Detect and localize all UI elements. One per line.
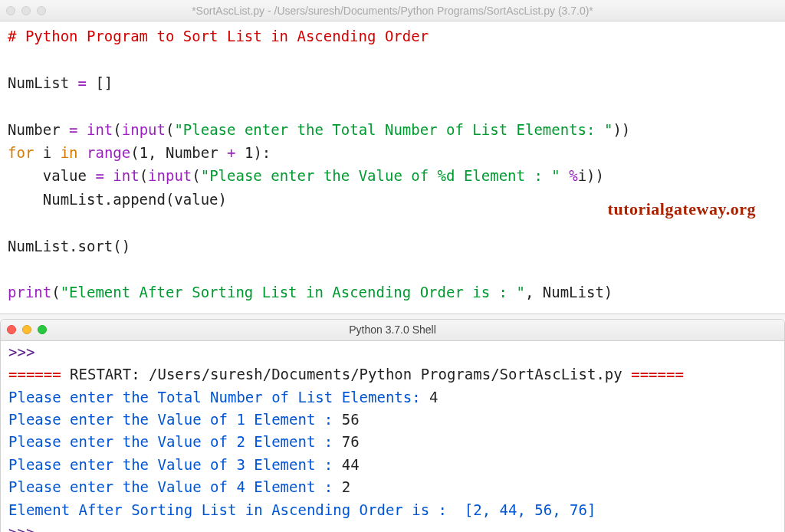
shell-value: 56: [342, 411, 360, 428]
shell-value: 2: [342, 478, 350, 495]
code-token: input: [148, 167, 192, 184]
code-keyword: for: [8, 144, 34, 161]
traffic-lights: [7, 325, 47, 334]
code-token: []: [87, 74, 113, 91]
shell-titlebar: Python 3.7.0 Shell: [1, 320, 784, 341]
code-string: "Please enter the Total Number of List E…: [174, 121, 613, 138]
shell-prompt: >>>: [8, 343, 44, 360]
code-token: =: [69, 121, 77, 138]
code-editor[interactable]: # Python Program to Sort List in Ascendi…: [0, 21, 785, 314]
code-token: value: [8, 167, 95, 184]
code-token: +: [227, 144, 235, 161]
editor-window: *SortAscList.py - /Users/suresh/Document…: [0, 0, 785, 314]
shell-line: Please enter the Value of 1 Element :: [8, 411, 342, 428]
code-token: , Number: [148, 144, 227, 161]
code-string: "Element After Sorting List in Ascending…: [61, 284, 525, 300]
shell-window: Python 3.7.0 Shell >>> ====== RESTART: /…: [0, 319, 785, 532]
code-token: (: [192, 167, 200, 184]
maximize-icon[interactable]: [38, 325, 47, 334]
code-string: "Please enter the Value of %d Element : …: [201, 167, 560, 184]
shell-line: Please enter the Value of 2 Element :: [8, 433, 342, 450]
code-token: Number: [8, 121, 69, 138]
code-token: int: [87, 121, 113, 138]
code-token: (: [130, 144, 139, 161]
code-token: )): [613, 121, 630, 138]
code-token: ):: [253, 144, 271, 161]
code-keyword: in: [61, 144, 78, 161]
shell-result-label: Element After Sorting List in Ascending …: [8, 501, 465, 518]
code-token: NumList.sort(): [8, 238, 130, 255]
code-token: , NumList): [525, 284, 613, 300]
code-comment: # Python Program to Sort List in Ascendi…: [8, 28, 429, 44]
code-token: (: [51, 284, 60, 300]
code-token: i: [34, 144, 60, 161]
shell-line: Please enter the Value of 3 Element :: [8, 456, 342, 473]
shell-result-value: [2, 44, 56, 76]: [465, 501, 596, 518]
code-token: [78, 144, 87, 161]
watermark-text: tutorialgateway.org: [608, 199, 756, 219]
shell-value: 44: [342, 456, 360, 473]
code-number: 1: [245, 144, 253, 161]
minimize-icon[interactable]: [21, 6, 31, 15]
shell-line: Please enter the Total Number of List El…: [8, 389, 429, 406]
traffic-lights: [6, 6, 46, 15]
shell-line: Please enter the Value of 4 Element :: [8, 478, 342, 495]
code-token: (: [113, 121, 121, 138]
shell-value: 76: [342, 433, 360, 450]
minimize-icon[interactable]: [22, 325, 31, 334]
code-token: input: [122, 121, 166, 138]
shell-restart-eq: ======: [8, 366, 61, 383]
code-token: [104, 167, 113, 184]
editor-titlebar: *SortAscList.py - /Users/suresh/Document…: [0, 0, 785, 21]
code-token: (: [140, 167, 148, 184]
shell-restart-label: RESTART: /Users/suresh/Documents/Python …: [61, 366, 632, 383]
code-token: int: [113, 167, 139, 184]
shell-output[interactable]: >>> ====== RESTART: /Users/suresh/Docume…: [1, 341, 784, 532]
code-token: =: [95, 167, 103, 184]
shell-value: 4: [429, 389, 438, 406]
shell-prompt: >>>: [8, 524, 44, 532]
code-token: %: [569, 167, 577, 184]
code-token: [236, 144, 245, 161]
shell-title: Python 3.7.0 Shell: [1, 323, 784, 336]
code-token: i)): [578, 167, 604, 184]
code-token: [78, 121, 87, 138]
code-token: print: [8, 284, 51, 300]
code-token: NumList.append(value): [8, 191, 227, 208]
code-token: NumList: [8, 74, 78, 91]
close-icon[interactable]: [7, 325, 16, 334]
maximize-icon[interactable]: [37, 6, 46, 15]
editor-title: *SortAscList.py - /Users/suresh/Document…: [0, 5, 785, 17]
code-token: (: [166, 121, 174, 138]
shell-restart-eq: ======: [631, 366, 684, 383]
code-token: [560, 167, 569, 184]
code-number: 1: [140, 144, 148, 161]
close-icon[interactable]: [6, 6, 15, 15]
code-token: =: [78, 74, 87, 91]
code-token: range: [87, 144, 130, 161]
